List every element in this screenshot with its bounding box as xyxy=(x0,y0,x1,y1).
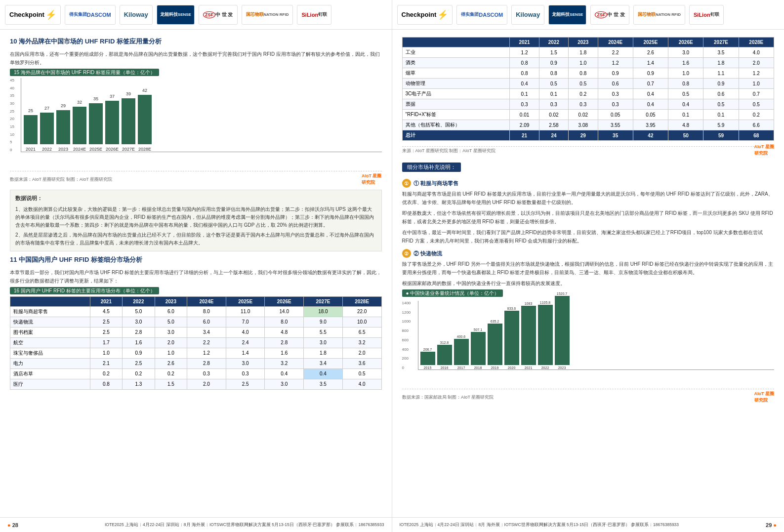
chart15-source: 数据来源：AIoT 星圈研究院 制图：AIoT 星圈研究院 AIoT 星圈研究院 xyxy=(10,171,382,186)
rth-2027e: 2027E xyxy=(703,38,739,47)
bar-2021: 252021 xyxy=(24,115,38,152)
express-y-axis: 1400 1200 1000 800 600 400 200 0 xyxy=(402,301,418,370)
express-bar-2015: 206.7 2015 xyxy=(420,348,435,369)
sub1-para2: 即使基数庞大，但这个市场依然有很可观的增长前景，以沃尔玛为例，目前该项目只是在北… xyxy=(402,209,775,226)
table-row: 鞋服与商超零售4.55.06.08.011.014.018.022.0 xyxy=(10,306,382,317)
rth-2025e: 2025E xyxy=(633,38,668,47)
subsection-main-label: 细分市场补充说明： xyxy=(402,163,461,172)
express-bar-2020: 833.6 2020 xyxy=(504,307,519,369)
left-page: 10 海外品牌在中国市场的 UHF RFID 标签应用量分析 在国内应用市场，还… xyxy=(0,30,392,517)
express-bar-2018: 507.1 2018 xyxy=(471,328,486,369)
sub1-para1: 鞋服与商超零售市场是目前 UHF RFID 标签最大的应用市场，目前行业里单一用… xyxy=(402,190,775,206)
right-table-container: 2021 2022 2023 2024E 2025E 2026E 2027E 2… xyxy=(402,37,775,157)
section11-intro: 本章节最后一部分，我们对国内用户市场 UHF RFID 标签的主要应用市场进行了… xyxy=(10,268,382,285)
logo-kiloway-right: Kiloway xyxy=(511,5,544,25)
express-chart-label-wrap: ● 中国快递业务量统计情况（单位：亿个） xyxy=(402,290,775,297)
sub1-num: ① xyxy=(402,179,411,188)
table-row: 3C电子产品0.10.10.20.30.40.50.60.7 xyxy=(402,89,774,99)
bar-2026e: 372026E xyxy=(105,101,119,152)
footer-right-text: IOTE2025 上海站：4月22-24日 深圳站：8月 海外展：IOTSWC世… xyxy=(400,522,679,528)
note-text2: 2、虽然是层层渗透之后，海外品牌在国内市场的出货量点比已经不大了，但目前阶段，这… xyxy=(15,231,376,247)
logo-zsf-right: ZSF 中 世 发 xyxy=(590,5,629,25)
bar-2027e: 392027E xyxy=(122,98,135,152)
bar-chart-15: 45 40 35 30 25 20 15 10 5 0 252021 27202… xyxy=(10,78,382,167)
express-bar-2019: 635.2 2019 xyxy=(488,320,502,369)
table-row: 酒类0.80.91.01.21.41.61.82.0 xyxy=(402,58,774,68)
express-bar-chart: 1400 1200 1000 800 600 400 200 0 206.7 2… xyxy=(402,301,775,385)
bar-2024e: 322024E xyxy=(73,107,86,152)
bar-2028e: 422028E xyxy=(138,95,152,152)
table-row: 酒店布草0.20.20.20.30.30.40.40.5 xyxy=(10,368,382,379)
table-row: "RFID+X"标签0.010.020.020.050.050.10.10.2 xyxy=(402,110,774,120)
table-row: 快递物流2.53.05.06.07.08.09.010.0 xyxy=(10,317,382,327)
table-row: 医疗0.81.31.52.02.53.03.54.0 xyxy=(10,379,382,389)
logo-sillion-left: SiLion钉联 xyxy=(297,5,331,25)
sub2-header: ② ② 快递物流 xyxy=(402,249,775,258)
sub2-para1: 除了零售场景之外，UHF RFID 另外一个最值得关注的市场就是快递物流，根据我… xyxy=(402,260,775,277)
logo-sense-left: 龙能科技SENSE xyxy=(157,5,195,25)
th-2022: 2022 xyxy=(123,296,155,306)
table-row: 烟草0.80.80.80.90.91.01.11.2 xyxy=(402,68,774,79)
logo-dascom-right: 得实集团DASCOM xyxy=(456,5,507,25)
express-bar-group: 206.7 2015 312.8 2016 400.6 2017 xyxy=(418,301,775,370)
header: Checkpoint⚡ 得实集团DASCOM Kiloway 龙能科技SENSE… xyxy=(0,0,784,30)
th-category xyxy=(10,296,90,306)
sub1-title: ① 鞋服与商场零售 xyxy=(413,180,458,187)
footer-left: ● 28 IOTE2025 上海站：4月22-24日 深圳站：8月 海外展：IO… xyxy=(0,517,392,532)
header-right: Checkpoint⚡ 得实集团DASCOM Kiloway 龙能科技SENSE… xyxy=(392,0,784,30)
express-bar-2022: 1105.8 2022 xyxy=(538,301,553,369)
table-row: 航空1.71.62.02.22.42.83.03.2 xyxy=(10,337,382,348)
logo-nation-right: 国芯物联NATION RFID xyxy=(633,5,685,25)
data-note-box: 数据说明： 1、这数据的测算公式比较复杂，大致的逻辑是：第一步：根据全球总出货量… xyxy=(10,190,382,251)
sub2-num: ② xyxy=(402,249,411,258)
th-2027e: 2027E xyxy=(304,296,343,306)
table-row: 工业1.21.51.82.22.63.03.54.0 xyxy=(402,47,774,58)
rth-2024e: 2024E xyxy=(598,38,633,47)
logo-nation-left: 国芯物联NATION RFID xyxy=(242,5,293,25)
logo-sense-right: 龙能科技SENSE xyxy=(548,5,586,25)
right-table-source: 来源：AIoT 星圈研究院 制图：AIoT 星圈研究院 xyxy=(402,146,754,154)
logo-kiloway-left: Kiloway xyxy=(120,5,153,25)
table-row-total: 总计2124293542505968 xyxy=(402,130,774,141)
sub2-title: ② 快递物流 xyxy=(413,250,442,257)
express-chart-source: 数据来源：国家邮政局 制图：AIoT 星圈研究院 AIoT 星圈研究院 xyxy=(402,389,775,404)
rth-2021: 2021 xyxy=(510,38,539,47)
section10-intro: 在国内应用市场，还有一个重要的组成部分，那就是海外品牌在国内的出货量数据，这个数… xyxy=(10,50,382,67)
rth-2022: 2022 xyxy=(539,38,568,47)
chart15-label: 15 海外品牌在中国市场的 UHF RFID 标签应用量（单位：亿个） xyxy=(10,69,159,76)
logo-checkpoint-left: Checkpoint⚡ xyxy=(5,5,61,25)
rth-2026e: 2026E xyxy=(668,38,703,47)
express-chart-label: ● 中国快递业务量统计情况（单位：亿个） xyxy=(402,289,503,297)
rth-category xyxy=(402,38,510,47)
aiot-logo-1: AIoT 星圈研究院 xyxy=(362,173,382,186)
table-row: 票据0.30.30.30.30.40.40.50.5 xyxy=(402,99,774,110)
table-row: 其他（包括军检、国标）2.092.583.083.553.954.85.96.6 xyxy=(402,120,774,130)
page-num-right: 29 ● xyxy=(766,522,777,528)
express-bar-2023: 1520.7 2023 xyxy=(555,292,570,369)
aiot-logo-2: AIoT 星圈研究院 xyxy=(754,144,775,157)
express-bar-2021: 1083 2021 xyxy=(521,302,536,369)
table-right-top: 2021 2022 2023 2024E 2025E 2026E 2027E 2… xyxy=(402,37,775,141)
logo-dascom-left: 得实集团DASCOM xyxy=(65,5,116,25)
right-page: 2021 2022 2023 2024E 2025E 2026E 2027E 2… xyxy=(392,30,784,517)
table-row: 动物管理0.40.50.50.60.70.80.91.0 xyxy=(402,79,774,89)
th-2026e: 2026E xyxy=(265,296,304,306)
section11-title: 11 中国国内用户 UHF RFID 标签细分市场分析 xyxy=(10,255,382,264)
footer-left-text: IOTE2025 上海站：4月22-24日 深圳站：8月 海外展：IOTSWC世… xyxy=(105,522,384,528)
th-2024e: 2024E xyxy=(187,296,226,306)
table-row: 图书档案2.52.83.03.44.04.85.56.5 xyxy=(10,327,382,337)
chart16-label-wrap: 16 国内用户 UHF RFID 标签的主要应用市场分布（单位：亿个） xyxy=(10,287,382,294)
section10-title: 10 海外品牌在中国市场的 UHF RFID 标签应用量分析 xyxy=(10,37,382,46)
table-row: 电力2.12.52.62.83.03.23.43.6 xyxy=(10,358,382,368)
sub2-para2: 根据国家邮政局的数据，中国的快递业务行业一直保持着较高的发展速度。 xyxy=(402,279,775,287)
footer: ● 28 IOTE2025 上海站：4月22-24日 深圳站：8月 海外展：IO… xyxy=(0,517,784,532)
th-2023: 2023 xyxy=(155,296,187,306)
rth-2023: 2023 xyxy=(569,38,598,47)
logo-checkpoint-right: Checkpoint⚡ xyxy=(397,5,453,25)
table-row: 珠宝与奢侈品1.00.91.01.21.41.61.82.0 xyxy=(10,348,382,358)
express-bar-2017: 400.6 2017 xyxy=(454,335,469,369)
th-2021: 2021 xyxy=(90,296,123,306)
y-axis: 45 40 35 30 25 20 15 10 5 0 xyxy=(10,78,21,152)
page-num-left: ● 28 xyxy=(7,522,18,528)
logo-zsf-left: ZSF 中 世 发 xyxy=(199,5,238,25)
